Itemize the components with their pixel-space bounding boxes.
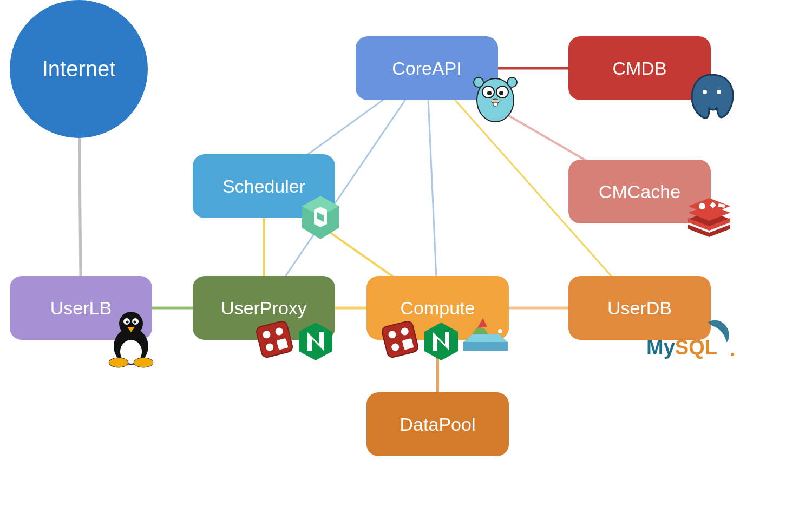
- svg-point-26: [126, 321, 129, 324]
- svg-point-29: [109, 358, 128, 367]
- node-cmcache-label: CMCache: [599, 181, 680, 202]
- edge-coreapi-compute: [427, 68, 438, 308]
- nomad-icon: [299, 194, 342, 242]
- svg-point-18: [699, 203, 705, 209]
- svg-marker-43: [463, 342, 508, 351]
- svg-marker-44: [463, 334, 508, 342]
- svg-rect-37: [381, 320, 419, 358]
- nginx-icon: [422, 320, 460, 363]
- node-coreapi-label: CoreAPI: [392, 58, 462, 79]
- svg-rect-31: [256, 320, 293, 358]
- terrain-icon: [461, 315, 510, 357]
- svg-point-5: [487, 91, 492, 95]
- svg-marker-45: [472, 328, 488, 334]
- svg-point-30: [134, 358, 153, 367]
- node-datapool-label: DataPool: [400, 414, 476, 435]
- svg-point-47: [498, 329, 502, 333]
- gopher-icon: [471, 70, 520, 124]
- node-internet: Internet: [10, 0, 148, 138]
- svg-text:MySQL: MySQL: [646, 336, 717, 359]
- node-scheduler-label: Scheduler: [222, 176, 305, 197]
- architecture-diagram: Internet CoreAPI CMDB Scheduler CMCache …: [0, 0, 812, 513]
- node-internet-label: Internet: [42, 57, 116, 81]
- svg-marker-46: [477, 318, 487, 328]
- svg-rect-8: [493, 102, 497, 106]
- linux-icon: [106, 308, 157, 368]
- svg-point-9: [703, 90, 707, 94]
- svg-point-2: [507, 77, 517, 87]
- nginx-icon: [297, 320, 335, 363]
- svg-point-49: [731, 353, 734, 356]
- node-userproxy-label: UserProxy: [221, 298, 307, 319]
- svg-point-27: [134, 321, 136, 324]
- rails-icon: [253, 318, 296, 360]
- svg-point-6: [499, 91, 503, 95]
- svg-point-1: [474, 77, 483, 87]
- node-userlb-label: UserLB: [50, 298, 112, 319]
- mysql-icon: MySQL: [644, 317, 736, 363]
- redis-icon: [685, 198, 734, 238]
- node-userdb-label: UserDB: [607, 298, 672, 319]
- postgres-icon: [687, 70, 736, 122]
- svg-point-10: [717, 90, 721, 94]
- rails-icon: [379, 318, 421, 360]
- node-datapool: DataPool: [366, 392, 509, 456]
- node-cmdb-label: CMDB: [612, 58, 666, 79]
